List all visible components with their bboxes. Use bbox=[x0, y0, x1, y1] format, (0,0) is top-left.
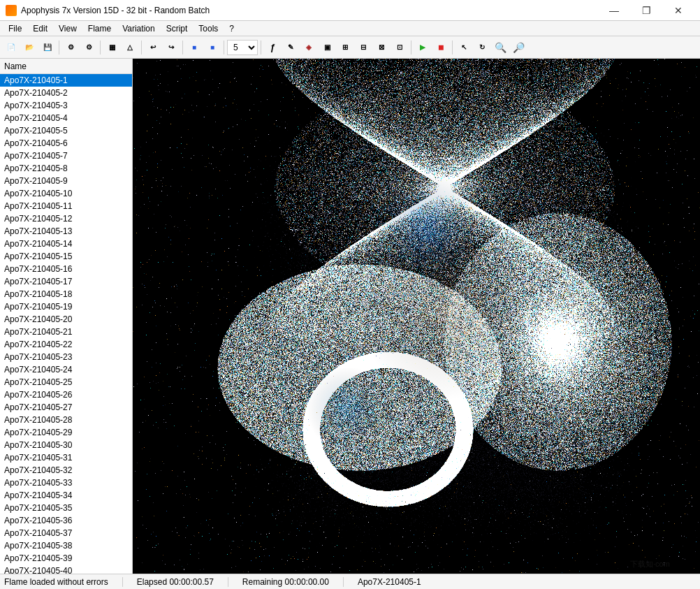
flame-item[interactable]: Apo7X-210405-32 bbox=[0, 464, 132, 477]
flame-item[interactable]: Apo7X-210405-13 bbox=[0, 225, 132, 238]
formula-button[interactable]: ƒ bbox=[264, 39, 281, 56]
flame-item[interactable]: Apo7X-210405-17 bbox=[0, 275, 132, 288]
menu-view[interactable]: View bbox=[53, 21, 82, 36]
flame-list[interactable]: Apo7X-210405-1Apo7X-210405-2Apo7X-210405… bbox=[0, 74, 132, 574]
flame-item[interactable]: Apo7X-210405-40 bbox=[0, 565, 132, 574]
open-button[interactable]: 📂 bbox=[21, 39, 38, 56]
status-flame: Flame loaded without errors bbox=[4, 577, 108, 587]
redo-button[interactable]: ↪ bbox=[163, 39, 180, 56]
flame-item[interactable]: Apo7X-210405-9 bbox=[0, 175, 132, 187]
close-button[interactable]: ✕ bbox=[662, 0, 694, 21]
flame-item[interactable]: Apo7X-210405-10 bbox=[0, 187, 132, 200]
sep8 bbox=[452, 41, 453, 54]
flame-item[interactable]: Apo7X-210405-3 bbox=[0, 99, 132, 112]
render-icon: ⊟ bbox=[358, 42, 369, 53]
cursor-button[interactable]: ↖ bbox=[455, 39, 472, 56]
flame-item[interactable]: Apo7X-210405-21 bbox=[0, 326, 132, 338]
sq1-button[interactable]: ■ bbox=[186, 39, 203, 56]
grid-button[interactable]: ▦ bbox=[103, 39, 120, 56]
flame-item[interactable]: Apo7X-210405-18 bbox=[0, 288, 132, 300]
edit1-button[interactable]: ✎ bbox=[282, 39, 299, 56]
sq2-button[interactable]: ■ bbox=[204, 39, 221, 56]
batch-size-dropdown[interactable]: 5102050 bbox=[227, 40, 258, 55]
camera-button[interactable]: ⊞ bbox=[337, 39, 353, 56]
formula-icon: ƒ bbox=[267, 42, 278, 53]
sep1 bbox=[59, 41, 59, 54]
flame-item[interactable]: Apo7X-210405-36 bbox=[0, 514, 132, 527]
flame-item[interactable]: Apo7X-210405-4 bbox=[0, 112, 132, 124]
flame-item[interactable]: Apo7X-210405-11 bbox=[0, 200, 132, 212]
render-button[interactable]: ⊟ bbox=[355, 39, 372, 56]
flame-item[interactable]: Apo7X-210405-6 bbox=[0, 137, 132, 150]
gear2-icon: ⚙ bbox=[83, 42, 94, 53]
flame-item[interactable]: Apo7X-210405-28 bbox=[0, 414, 132, 426]
flame-item[interactable]: Apo7X-210405-27 bbox=[0, 401, 132, 414]
flame-item[interactable]: Apo7X-210405-23 bbox=[0, 351, 132, 363]
menu-script[interactable]: Script bbox=[161, 21, 194, 36]
menu-variation[interactable]: Variation bbox=[117, 21, 160, 36]
batch-button[interactable]: ⊠ bbox=[373, 39, 390, 56]
flame-item[interactable]: Apo7X-210405-20 bbox=[0, 313, 132, 326]
save-icon: 💾 bbox=[42, 42, 53, 53]
flame-item[interactable]: Apo7X-210405-5 bbox=[0, 124, 132, 137]
zoom-in-icon: 🔍 bbox=[495, 42, 506, 53]
save-button[interactable]: 💾 bbox=[39, 39, 56, 56]
zoom-in-button[interactable]: 🔍 bbox=[492, 39, 509, 56]
flame-item[interactable]: Apo7X-210405-15 bbox=[0, 250, 132, 263]
undo-icon: ↩ bbox=[147, 42, 159, 53]
maximize-button[interactable]: ❐ bbox=[630, 0, 662, 21]
flame-item[interactable]: Apo7X-210405-12 bbox=[0, 212, 132, 225]
left-panel: Name Apo7X-210405-1Apo7X-210405-2Apo7X-2… bbox=[0, 59, 133, 574]
stop-button[interactable]: ◼ bbox=[432, 39, 449, 56]
new-icon: 📄 bbox=[6, 42, 17, 53]
flame-item[interactable]: Apo7X-210405-30 bbox=[0, 439, 132, 451]
new-button[interactable]: 📄 bbox=[3, 39, 20, 56]
flame-item[interactable]: Apo7X-210405-37 bbox=[0, 527, 132, 539]
flame-item[interactable]: Apo7X-210405-29 bbox=[0, 426, 132, 439]
menu-help[interactable]: ? bbox=[224, 21, 240, 36]
sep5 bbox=[224, 41, 224, 54]
stop-icon: ◼ bbox=[435, 42, 446, 53]
flame-item[interactable]: Apo7X-210405-22 bbox=[0, 338, 132, 351]
flame-item[interactable]: Apo7X-210405-16 bbox=[0, 263, 132, 275]
flame-item[interactable]: Apo7X-210405-26 bbox=[0, 388, 132, 401]
palette-button[interactable]: ▣ bbox=[319, 39, 335, 56]
status-bar: Flame loaded without errors Elapsed 00:0… bbox=[0, 574, 700, 589]
flame-item[interactable]: Apo7X-210405-33 bbox=[0, 477, 132, 489]
open-icon: 📂 bbox=[24, 42, 35, 53]
flame-item[interactable]: Apo7X-210405-35 bbox=[0, 502, 132, 514]
flame-item[interactable]: Apo7X-210405-31 bbox=[0, 451, 132, 464]
flame-item[interactable]: Apo7X-210405-1 bbox=[0, 74, 132, 87]
flame-item[interactable]: Apo7X-210405-34 bbox=[0, 489, 132, 502]
flame-item[interactable]: Apo7X-210405-38 bbox=[0, 539, 132, 552]
play-button[interactable]: ▶ bbox=[414, 39, 431, 56]
flame-item[interactable]: Apo7X-210405-7 bbox=[0, 150, 132, 162]
resize-button[interactable]: ⊡ bbox=[391, 39, 408, 56]
title-bar-left: Apophysis 7x Version 15D - 32 bit - Rand… bbox=[6, 5, 210, 16]
gear1-button[interactable]: ⚙ bbox=[62, 39, 79, 56]
gear2-button[interactable]: ⚙ bbox=[80, 39, 97, 56]
flame-item[interactable]: Apo7X-210405-25 bbox=[0, 376, 132, 388]
title-bar-controls: — ❐ ✕ bbox=[598, 0, 694, 21]
flame-item[interactable]: Apo7X-210405-39 bbox=[0, 552, 132, 565]
rotate-button[interactable]: ↻ bbox=[474, 39, 490, 56]
sq1-icon: ■ bbox=[189, 42, 200, 53]
undo-button[interactable]: ↩ bbox=[145, 39, 161, 56]
colors-button[interactable]: ◈ bbox=[300, 39, 317, 56]
flame-item[interactable]: Apo7X-210405-19 bbox=[0, 300, 132, 313]
menu-tools[interactable]: Tools bbox=[193, 21, 224, 36]
main-area: Name Apo7X-210405-1Apo7X-210405-2Apo7X-2… bbox=[0, 59, 700, 574]
zoom-out-button[interactable]: 🔎 bbox=[510, 39, 527, 56]
sep3 bbox=[141, 41, 142, 54]
status-elapsed: Elapsed 00:00:00.57 bbox=[137, 577, 214, 587]
flame-item[interactable]: Apo7X-210405-24 bbox=[0, 363, 132, 376]
menu-file[interactable]: File bbox=[3, 21, 27, 36]
flame-item[interactable]: Apo7X-210405-14 bbox=[0, 238, 132, 250]
flame-item[interactable]: Apo7X-210405-8 bbox=[0, 162, 132, 175]
triangle-button[interactable]: △ bbox=[122, 39, 138, 56]
menu-edit[interactable]: Edit bbox=[27, 21, 53, 36]
minimize-button[interactable]: — bbox=[598, 0, 630, 21]
flame-item[interactable]: Apo7X-210405-2 bbox=[0, 87, 132, 99]
app-icon bbox=[6, 5, 17, 16]
menu-flame[interactable]: Flame bbox=[82, 21, 117, 36]
